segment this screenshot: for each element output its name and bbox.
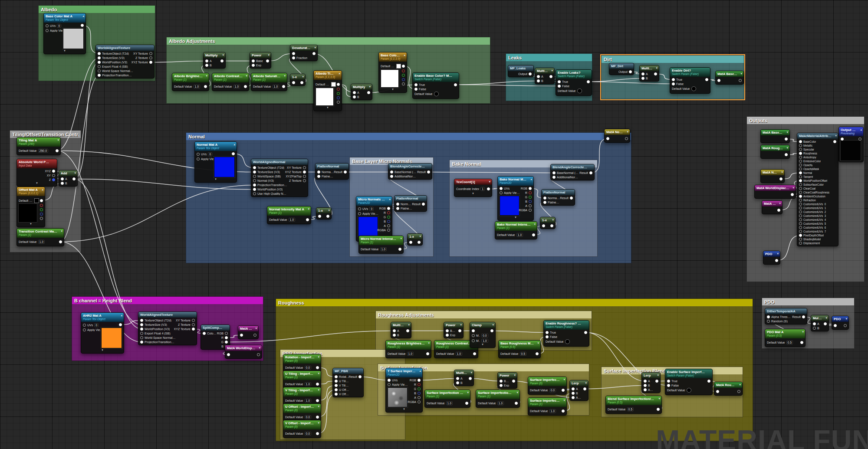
node-header[interactable]: MatA Normal▾ (761, 170, 784, 175)
g-pin[interactable]: G (414, 387, 421, 390)
node-header[interactable]: Multiply▾ (811, 315, 829, 321)
node-p-si-max[interactable]: Surface Imperfection Max Mat AParam (1)▾… (528, 397, 567, 416)
apply-view-mipbias-pin[interactable]: Apply View MipBias (500, 191, 520, 194)
default-value-field[interactable]: 1.0 (516, 233, 523, 237)
customizeduvs-7-pin[interactable]: CustomizedUVs_7 (799, 230, 829, 233)
node-rr-roughness-use[interactable]: MatA Roughness▾ (760, 145, 790, 159)
out-pin[interactable] (316, 366, 319, 369)
out-pin[interactable] (402, 74, 405, 77)
b-pin[interactable]: B (525, 200, 532, 203)
collapse-caret-icon[interactable]: ▾ (781, 170, 783, 174)
out-pin[interactable] (266, 59, 269, 62)
opacity-pin[interactable]: Opacity (799, 164, 829, 167)
r-pin[interactable]: R (221, 336, 228, 339)
in-pin[interactable] (409, 241, 412, 244)
out-pin[interactable] (316, 432, 319, 435)
z-texture-pin[interactable]: Z Texture (289, 179, 306, 182)
comment-header[interactable]: Normal (186, 133, 631, 140)
comment-header[interactable]: Roughness (276, 299, 753, 306)
world-space-normal-v3-pin[interactable]: World Space Normal (V3) (98, 69, 134, 72)
node-mf-pbr[interactable]: MF_PBRRotation (S)U Tiling (S)V Tiling (… (332, 368, 364, 397)
out-pin[interactable] (844, 324, 847, 327)
g-pin[interactable]: G (525, 196, 532, 199)
node-awp[interactable]: Absolute World PositionInput DataXYZXYZ▾ (16, 159, 57, 187)
node-p-imp-voffset[interactable]: V Offset - Imperfection Mat AParam (0)▾D… (283, 420, 321, 438)
specular-pin[interactable]: Specular (799, 148, 829, 151)
color-swatch[interactable] (34, 198, 39, 203)
b-pin[interactable]: B (414, 392, 421, 395)
out-pin[interactable] (244, 85, 247, 88)
collapse-caret-icon[interactable]: ▾ (658, 397, 660, 400)
node-pow-albedo-contrast[interactable]: Power▾BaseExp (250, 52, 271, 69)
default-value-field[interactable]: 0.5 (520, 352, 527, 356)
node-header[interactable]: Multiply▾ (204, 52, 225, 58)
collapse-caret-icon[interactable]: ▾ (302, 75, 304, 79)
xyzflattop-pin[interactable]: XYZFlatTop (286, 175, 306, 178)
out-pin[interactable] (316, 383, 319, 386)
in-pin[interactable] (240, 334, 243, 337)
a-pin[interactable]: A (572, 387, 581, 390)
collapse-caret-icon[interactable]: ▾ (657, 374, 659, 377)
in-pin[interactable] (292, 81, 295, 84)
comment-header[interactable]: Albedo Adjustments (167, 37, 490, 45)
node-mul-rough-bright[interactable]: Multiply▾AB (391, 322, 411, 338)
node-header[interactable]: MatA WorldDisplacement▾ (755, 185, 796, 191)
xy-texture-pin[interactable]: XY Texture (176, 319, 195, 322)
default-value-dot[interactable] (577, 88, 582, 93)
a-pin[interactable]: A (414, 396, 421, 399)
rgba-pin[interactable]: RGBA (377, 229, 390, 232)
node-header[interactable]: Base Roughness Mat AParam (0.5)▾ (499, 341, 540, 350)
node-micro-tex[interactable]: Micro Normals Mat AParam2D▴UVs0Apply Vie… (356, 196, 392, 242)
texturesize-v3-pin[interactable]: TextureSize (V3) (98, 56, 134, 59)
node-si-tex[interactable]: T Surface Imperfection Mat BParam2D▴UVsA… (385, 368, 423, 413)
out-pin[interactable] (536, 352, 539, 355)
node-om-normal-int[interactable]: 1-x▾ (316, 207, 332, 220)
node-rr-roughness-decl[interactable]: MatA Roughness▾ (714, 382, 743, 396)
out-pin[interactable] (40, 213, 43, 216)
out-pin[interactable] (119, 323, 122, 326)
node-add-worldpos[interactable]: Add▾AB (59, 170, 78, 187)
node-rr-ao-use[interactable]: MatA AO▾ (762, 200, 783, 214)
node-header[interactable]: MatA Roughness▾ (714, 382, 742, 388)
xyz-texture-pin[interactable]: XYZ Texture (285, 170, 306, 174)
node-header[interactable]: MF_PBR (333, 368, 363, 374)
flatness-s-pin[interactable]: Flatness (S) (543, 201, 560, 204)
in-pin[interactable] (717, 79, 720, 82)
node-header[interactable]: WorldAlignedTexture (96, 45, 154, 51)
node-header[interactable]: FlattenNormal (542, 190, 575, 195)
node-header[interactable]: PDO▾ (832, 316, 848, 322)
output-pin[interactable]: Output (518, 72, 532, 75)
node-header[interactable]: Multiply▾ (535, 68, 554, 74)
node-sw-roughness[interactable]: Enable Roughness? Mat ASwitch Param (Fal… (543, 320, 589, 347)
collapse-caret-icon[interactable]: ▾ (786, 131, 788, 134)
collapse-caret-icon[interactable]: ▾ (492, 323, 494, 327)
out-pin[interactable] (487, 187, 490, 190)
node-mf-dirt[interactable]: MF_DirtOutput (609, 63, 634, 75)
customizeduvs-5-pin[interactable]: CustomizedUVs_5 (799, 222, 829, 225)
in-pin[interactable] (841, 138, 844, 141)
node-header[interactable]: Base Color Mat AParam (1,1,1,0)▴ (379, 52, 407, 62)
collapse-caret-icon[interactable]: ▾ (206, 74, 207, 78)
collapse-caret-icon[interactable]: ▾ (516, 391, 518, 394)
node-header[interactable]: Multiply▾ (391, 322, 411, 328)
node-p-imp-vtiling[interactable]: V Tiling - Imperfection Mat AParam (1)▾D… (283, 387, 321, 405)
r-pin[interactable]: R (384, 211, 390, 214)
collapse-caret-icon[interactable]: ▴ (42, 188, 43, 191)
a-pin[interactable]: A (813, 322, 819, 325)
out-pin[interactable] (583, 387, 586, 390)
default-value-field[interactable]: 1.0 (549, 409, 556, 413)
collapse-caret-icon[interactable]: ▴ (530, 177, 532, 181)
out-pin[interactable] (469, 377, 472, 380)
collapse-caret-icon[interactable]: ▾ (318, 421, 319, 425)
default-value-field[interactable]: 0.0 (549, 388, 556, 392)
customizeduvs-1-pin[interactable]: CustomizedUVs_1 (799, 206, 829, 210)
node-p-albedo-sat[interactable]: Albedo Saturation Mat AParam (1)▾Default… (251, 73, 287, 91)
in-pin[interactable] (318, 215, 321, 218)
out-pin[interactable] (739, 79, 742, 82)
default-value-field[interactable]: 0.0 (305, 415, 312, 419)
node-p-imp-rotation[interactable]: Rotation - Imperfection Mat AParam (0)▾D… (283, 354, 321, 372)
z-texture-pin[interactable]: Z Texture (178, 323, 195, 326)
projectiontransitioncontrast-s-pin[interactable]: ProjectionTransitionContrast (S) (140, 341, 176, 344)
default-value-field[interactable]: 0.0 (305, 366, 312, 370)
node-header[interactable]: MakeMaterialAttributes▾ (797, 133, 838, 139)
